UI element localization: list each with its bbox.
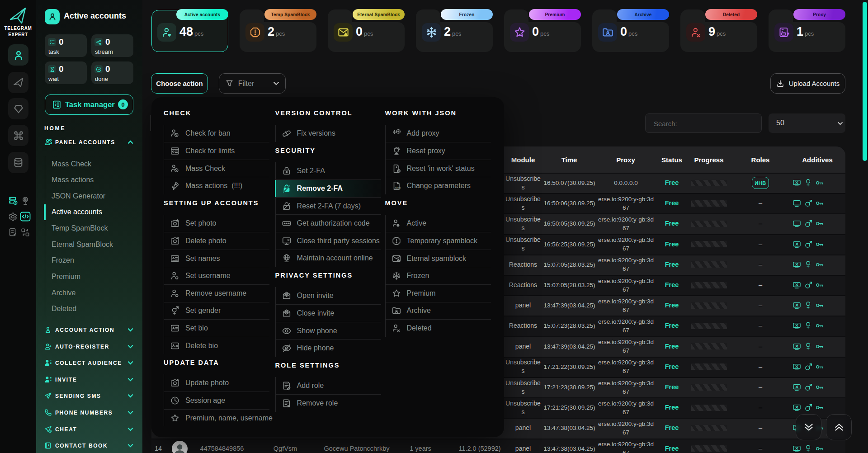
svg-text:JSON: JSON [394, 186, 401, 189]
